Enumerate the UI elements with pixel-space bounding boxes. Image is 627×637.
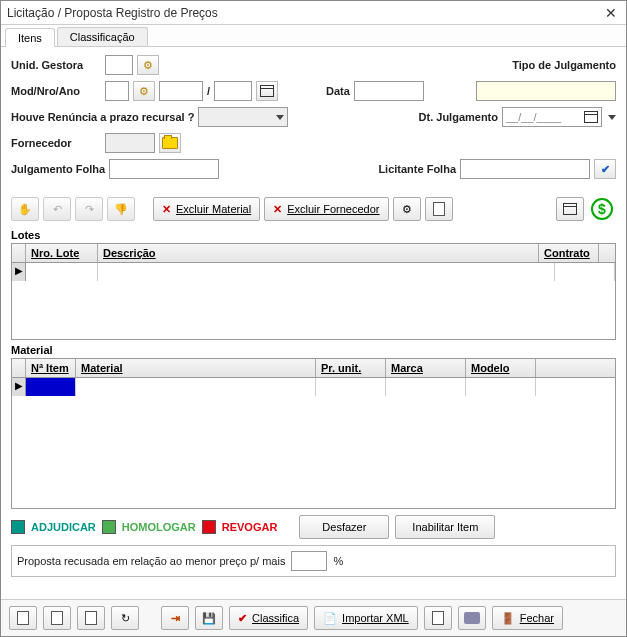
window-title: Licitação / Proposta Registro de Preços: [7, 6, 602, 20]
delete-icon: ✕: [162, 203, 171, 216]
mod-input[interactable]: [105, 81, 129, 101]
licitante-confirm-button[interactable]: ✔: [594, 159, 616, 179]
material-cell-modelo[interactable]: [466, 378, 536, 396]
lotes-grid: Nro. Lote Descrição Contrato ▶: [11, 243, 616, 340]
revogar-label: REVOGAR: [222, 521, 278, 533]
lotes-section-label: Lotes: [1, 225, 626, 243]
material-col-prunit[interactable]: Pr. unit.: [316, 359, 386, 377]
ano-input[interactable]: [214, 81, 252, 101]
config-button[interactable]: ⚙: [393, 197, 421, 221]
mod-link-button[interactable]: ⚙: [133, 81, 155, 101]
excluir-material-button[interactable]: ✕Excluir Material: [153, 197, 260, 221]
tipo-julgamento-input[interactable]: [476, 81, 616, 101]
importar-xml-label: Importar XML: [342, 612, 409, 624]
bottom-btn-1[interactable]: [9, 606, 37, 630]
lotes-cell-contrato[interactable]: [555, 263, 615, 281]
bottom-btn-2[interactable]: [43, 606, 71, 630]
material-body[interactable]: ▶: [12, 378, 615, 508]
document-icon: [432, 611, 444, 625]
licitante-folha-label: Licitante Folha: [378, 163, 456, 175]
tab-itens[interactable]: Itens: [5, 28, 55, 47]
nav-first-button[interactable]: ✋: [11, 197, 39, 221]
close-button[interactable]: ✕: [602, 4, 620, 22]
unid-gestora-label: Unid. Gestora: [11, 59, 101, 71]
houve-renuncia-select[interactable]: [198, 107, 288, 127]
chevron-down-icon[interactable]: [608, 115, 616, 120]
dollar-icon: $: [591, 198, 613, 220]
bottom-doc-button[interactable]: [424, 606, 452, 630]
row-marker-icon: ▶: [12, 263, 26, 281]
material-col-modelo[interactable]: Modelo: [466, 359, 536, 377]
save-icon: 💾: [202, 612, 216, 625]
julgamento-folha-label: Julgamento Folha: [11, 163, 105, 175]
lotes-body[interactable]: ▶: [12, 263, 615, 339]
thumb-icon: 👎: [114, 203, 128, 216]
row-marker-icon: ▶: [12, 378, 26, 396]
window: Licitação / Proposta Registro de Preços …: [0, 0, 627, 637]
swatch-homologar: [102, 520, 116, 534]
bottom-btn-4[interactable]: ↻: [111, 606, 139, 630]
check-icon: ✔: [601, 163, 610, 176]
material-cell-material[interactable]: [76, 378, 316, 396]
bottom-save-button[interactable]: 💾: [195, 606, 223, 630]
slash-label: /: [207, 85, 210, 97]
table-row[interactable]: ▶: [12, 378, 615, 396]
bottom-btn-3[interactable]: [77, 606, 105, 630]
desfazer-button[interactable]: Desfazer: [299, 515, 389, 539]
fornecedor-label: Fornecedor: [11, 137, 101, 149]
check-icon: ✔: [238, 612, 247, 625]
proposta-label: Proposta recusada em relação ao menor pr…: [17, 555, 285, 567]
fornecedor-folder-button[interactable]: [159, 133, 181, 153]
lotes-col-contrato[interactable]: Contrato: [539, 244, 599, 262]
excluir-fornecedor-button[interactable]: ✕Excluir Fornecedor: [264, 197, 388, 221]
copy-icon: [51, 611, 63, 625]
hand-icon: ✋: [18, 203, 32, 216]
licitante-folha-input[interactable]: [460, 159, 590, 179]
bottom-print-button[interactable]: [458, 606, 486, 630]
lotes-col-descricao[interactable]: Descrição: [98, 244, 539, 262]
material-col-material[interactable]: Material: [76, 359, 316, 377]
unid-gestora-input[interactable]: [105, 55, 133, 75]
doc-button[interactable]: [425, 197, 453, 221]
nav-last-button[interactable]: 👎: [107, 197, 135, 221]
table-row[interactable]: ▶: [12, 263, 615, 281]
inabilitar-button[interactable]: Inabilitar Item: [395, 515, 495, 539]
calc-button[interactable]: [556, 197, 584, 221]
julgamento-folha-input[interactable]: [109, 159, 219, 179]
swatch-revogar: [202, 520, 216, 534]
fechar-label: Fechar: [520, 612, 554, 624]
fechar-button[interactable]: 🚪Fechar: [492, 606, 563, 630]
nav-prev-button[interactable]: ↶: [43, 197, 71, 221]
calendar-icon: [260, 85, 274, 97]
material-cell-nitem[interactable]: [26, 378, 76, 396]
nro-input[interactable]: [159, 81, 203, 101]
proposta-percent-input[interactable]: [291, 551, 327, 571]
print-icon: [464, 612, 480, 624]
homologar-label: HOMOLOGAR: [122, 521, 196, 533]
material-cell-marca[interactable]: [386, 378, 466, 396]
dt-julgamento-label: Dt. Julgamento: [419, 111, 498, 123]
lotes-col-nro[interactable]: Nro. Lote: [26, 244, 98, 262]
fornecedor-input[interactable]: [105, 133, 155, 153]
material-col-nitem[interactable]: Nª Item: [26, 359, 76, 377]
lotes-cell-nro[interactable]: [26, 263, 98, 281]
adjudicar-label: ADJUDICAR: [31, 521, 96, 533]
material-cell-prunit[interactable]: [316, 378, 386, 396]
unid-gestora-link-button[interactable]: ⚙: [137, 55, 159, 75]
material-col-marca[interactable]: Marca: [386, 359, 466, 377]
lotes-cell-descricao[interactable]: [98, 263, 555, 281]
proposta-box: Proposta recusada em relação ao menor pr…: [11, 545, 616, 577]
data-input[interactable]: [354, 81, 424, 101]
money-button[interactable]: $: [588, 197, 616, 221]
link-icon: ⚙: [143, 59, 153, 72]
bottom-export-button[interactable]: ⇥: [161, 606, 189, 630]
importar-xml-button[interactable]: 📄Importar XML: [314, 606, 418, 630]
dt-julgamento-input[interactable]: __/__/____: [502, 107, 602, 127]
calendar-button[interactable]: [256, 81, 278, 101]
inabilitar-label: Inabilitar Item: [412, 521, 478, 533]
swatch-adjudicar: [11, 520, 25, 534]
classifica-button[interactable]: ✔Classifica: [229, 606, 308, 630]
nav-next-button[interactable]: ↷: [75, 197, 103, 221]
tab-classificacao[interactable]: Classificação: [57, 27, 148, 46]
desfazer-label: Desfazer: [322, 521, 366, 533]
